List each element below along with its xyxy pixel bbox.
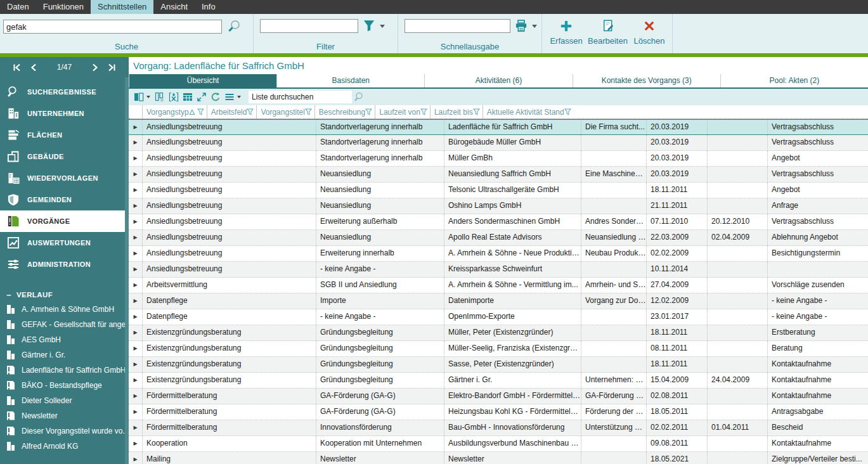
row-expander-cell[interactable]: ▶	[129, 167, 143, 182]
row-expander-cell[interactable]: ▶	[129, 246, 143, 261]
history-item[interactable]: Dieter Solleder	[0, 393, 129, 408]
menu-item[interactable]: Ansicht	[153, 0, 195, 14]
history-item[interactable]: Dieser Vorgangstitel wurde vo...	[0, 423, 129, 439]
menu-item[interactable]: Daten	[0, 0, 36, 14]
row-expander-cell[interactable]: ▶	[129, 389, 143, 404]
history-item[interactable]: GEFAK - Gesellschaft für ange...	[0, 317, 129, 332]
row-expander-cell[interactable]: ▶	[129, 214, 143, 229]
row-expander-cell[interactable]: ▶	[129, 452, 143, 464]
filter-dropdown-caret[interactable]	[380, 25, 385, 28]
sidebar-item-suchergebnisse[interactable]: SUCHERGEBNISSE	[0, 81, 129, 103]
column-header[interactable]: Laufzeit von	[375, 105, 431, 119]
history-item[interactable]: Ladenfläche für Saffrich GmbH	[0, 363, 129, 378]
create-button[interactable]: Erfassen	[548, 17, 584, 53]
last-page-icon[interactable]	[103, 63, 120, 72]
menu-icon[interactable]	[223, 91, 236, 103]
row-expander-cell[interactable]: ▶	[129, 293, 143, 309]
history-item[interactable]: Newsletter	[0, 408, 129, 423]
row-expander-cell[interactable]: ▶	[129, 151, 143, 166]
filter-funnel-icon[interactable]	[473, 108, 480, 115]
first-page-icon[interactable]	[9, 63, 25, 72]
filter-funnel-icon[interactable]	[247, 108, 254, 115]
column-split-caret[interactable]	[146, 96, 150, 98]
table-row[interactable]: ▶ Kooperation Kooperation mit Unternehme…	[129, 436, 868, 452]
expand-icon[interactable]	[195, 91, 209, 103]
history-item[interactable]: Gärtner i. Gr.	[0, 347, 129, 363]
quick-output-dropdown-caret[interactable]	[532, 25, 537, 28]
row-expander-cell[interactable]: ▶	[129, 341, 143, 356]
column-header[interactable]: Arbeitsfeld	[207, 105, 257, 119]
search-icon[interactable]	[226, 19, 242, 34]
table-row[interactable]: ▶ Mailing Newsletter Newsletter 18.05.20…	[129, 452, 868, 464]
table-row[interactable]: ▶ Ansiedlungsbetreuung - keine Angabe - …	[129, 262, 868, 278]
table-row[interactable]: ▶ Existenzgründungsberatung Gründungsbeg…	[129, 373, 868, 389]
history-item[interactable]: A. Amrhein & Söhne GmbH	[0, 302, 129, 317]
printer-icon[interactable]	[515, 20, 528, 32]
next-page-icon[interactable]	[87, 63, 103, 72]
tab[interactable]: Übersicht	[129, 74, 276, 87]
delete-button[interactable]: Löschen	[632, 17, 667, 53]
refresh-icon[interactable]	[209, 91, 223, 103]
sidebar-item-gemeinden[interactable]: GEMEINDEN	[0, 189, 129, 210]
list-search-input[interactable]	[249, 91, 353, 103]
row-expander-cell[interactable]: ▶	[129, 183, 143, 198]
table-row[interactable]: ▶ Ansiedlungsbetreuung Erweiterung inner…	[129, 246, 868, 262]
sidebar-scrollbar[interactable]	[125, 77, 129, 464]
filter-funnel-icon[interactable]	[305, 108, 312, 115]
table-row[interactable]: ▶ Fördermittelberatung GA-Förderung (GA-…	[129, 404, 868, 420]
history-item[interactable]: BÄKO - Bestandspflege	[0, 378, 129, 393]
column-header[interactable]: Vorgangstitel	[257, 105, 314, 119]
row-expander-cell[interactable]: ▶	[129, 373, 143, 388]
table-row[interactable]: ▶ Ansiedlungsbetreuung Standortverlageru…	[129, 135, 868, 151]
funnel-icon[interactable]	[363, 20, 375, 32]
table-row[interactable]: ▶ Datenpflege Importe Datenimporte Vorga…	[129, 293, 868, 309]
sidebar-item-gebaeude[interactable]: GEBÄUDE	[0, 146, 129, 167]
table-row[interactable]: ▶ Ansiedlungsbetreuung Neuansiedlung Tel…	[129, 183, 868, 198]
table-row[interactable]: ▶ Ansiedlungsbetreuung Standortverlageru…	[129, 151, 868, 167]
table-row[interactable]: ▶ Arbeitsvermittlung SGB II und Ansiedlu…	[129, 278, 868, 293]
quick-output-input[interactable]	[405, 19, 510, 33]
table-row[interactable]: ▶ Ansiedlungsbetreuung Neuansiedlung Neu…	[129, 167, 868, 183]
column-header[interactable]: Laufzeit bis	[431, 105, 483, 119]
table-row[interactable]: ▶ Ansiedlungsbetreuung Neuansiedlung Osh…	[129, 198, 868, 214]
column-header[interactable]: Aktuelle Aktivität Stand	[483, 105, 574, 119]
table-row[interactable]: ▶ Ansiedlungsbetreuung Erweiterung außer…	[129, 214, 868, 230]
previous-page-icon[interactable]	[25, 63, 42, 72]
tab[interactable]: Kontakte des Vorgangs (3)	[573, 74, 720, 87]
history-section-header[interactable]: − VERLAUF	[0, 288, 129, 302]
filter-input[interactable]	[260, 19, 358, 33]
row-expander-cell[interactable]: ▶	[129, 230, 143, 245]
tab[interactable]: Basisdaten	[276, 74, 424, 87]
row-expander-cell[interactable]: ▶	[129, 120, 143, 134]
tab[interactable]: Pool: Akten (2)	[720, 74, 868, 87]
filter-funnel-icon[interactable]	[365, 108, 372, 115]
menu-item[interactable]: Schnittstellen	[91, 0, 153, 14]
table-row[interactable]: ▶ Fördermittelberatung Innovationsförder…	[129, 420, 868, 436]
row-expander-cell[interactable]: ▶	[129, 357, 143, 372]
row-expander-cell[interactable]: ▶	[129, 278, 143, 293]
sidebar-item-unternehmen[interactable]: UNTERNEHMEN	[0, 103, 129, 124]
sidebar-item-vorgaenge[interactable]: VORGÄNGE	[0, 210, 125, 232]
table-row[interactable]: ▶ Existenzgründungsberatung Gründungsbeg…	[129, 341, 868, 357]
row-expander-cell[interactable]: ▶	[129, 325, 143, 340]
row-expander-cell[interactable]: ▶	[129, 135, 143, 150]
filter-funnel-icon[interactable]	[420, 108, 427, 115]
row-expander-cell[interactable]: ▶	[129, 309, 143, 325]
column-header[interactable]: Vorgangstyp	[143, 105, 207, 119]
table-row[interactable]: ▶ Existenzgründungsberatung Gründungsbeg…	[129, 325, 868, 341]
edit-button[interactable]: Bearbeiten	[588, 17, 628, 53]
sidebar-item-wiedervorlagen[interactable]: WIEDERVORLAGEN	[0, 167, 129, 189]
sidebar-item-auswertungen[interactable]: AUSWERTUNGEN	[0, 232, 129, 254]
history-item[interactable]: AES GmbH	[0, 332, 129, 347]
column-remove-icon[interactable]	[153, 91, 167, 103]
table-view-icon[interactable]	[181, 91, 195, 103]
search-icon[interactable]	[353, 91, 367, 103]
table-row[interactable]: ▶ Ansiedlungsbetreuung Standortverlageru…	[129, 119, 868, 135]
table-row[interactable]: ▶ Datenpflege - keine Angabe - OpenImmo-…	[129, 309, 868, 325]
row-expander-cell[interactable]: ▶	[129, 436, 143, 451]
filter-funnel-icon[interactable]	[564, 108, 571, 115]
column-split-icon[interactable]	[132, 91, 146, 103]
table-row[interactable]: ▶ Existenzgründungsberatung Gründungsbeg…	[129, 357, 868, 373]
row-expander-cell[interactable]: ▶	[129, 262, 143, 277]
filter-funnel-icon[interactable]	[197, 108, 204, 115]
